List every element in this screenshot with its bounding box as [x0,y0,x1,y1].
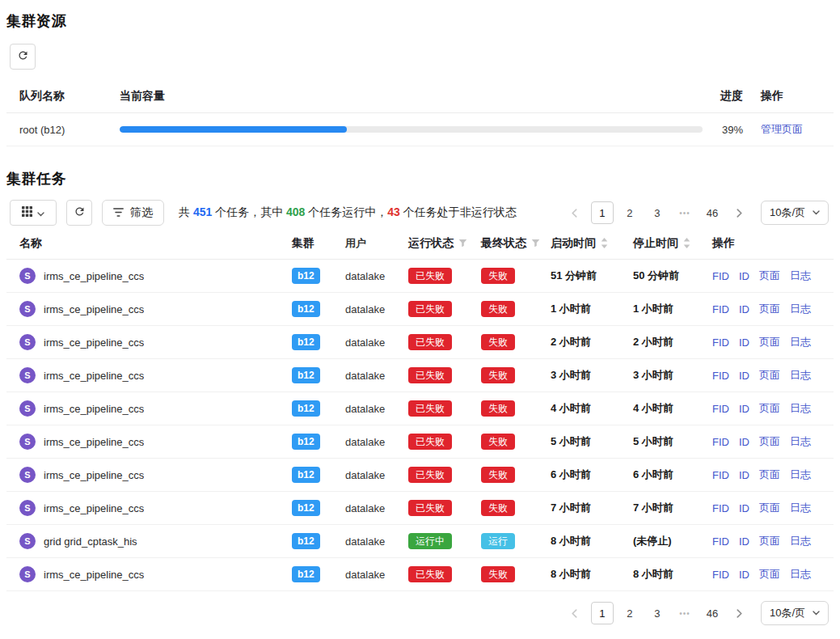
task-user: datalake [345,403,408,415]
action-link-fid[interactable]: FID [712,469,729,481]
pagination-page-1[interactable]: 1 [591,602,614,624]
action-link-id[interactable]: ID [739,303,749,315]
pagination-page-2[interactable]: 2 [618,602,641,624]
run-status-badge: 已失败 [408,400,452,417]
column-header-capacity: 当前容量 [120,89,703,104]
cluster-badge: b12 [292,533,320,549]
pagination-page-2[interactable]: 2 [618,201,641,224]
pagination-page-3[interactable]: 3 [646,602,669,624]
action-link-fid[interactable]: FID [712,502,729,514]
action-link-fid[interactable]: FID [712,303,729,315]
action-link-fid[interactable]: FID [712,270,729,282]
action-link-page[interactable]: 页面 [759,368,780,383]
cluster-badge: b12 [292,566,320,582]
action-link-fid[interactable]: FID [712,535,729,548]
action-link-log[interactable]: 日志 [790,401,811,416]
pagination-page-46[interactable]: 46 [701,602,724,624]
action-link-log[interactable]: 日志 [790,534,811,548]
action-link-log[interactable]: 日志 [790,335,811,349]
action-link-fid[interactable]: FID [712,569,729,581]
action-link-page[interactable]: 页面 [759,302,780,316]
task-table-body: S irms_ce_pipeline_ccs b12 datalake 已失败 … [6,260,834,591]
page-size-select[interactable]: 10条/页 [761,601,829,625]
task-name: irms_ce_pipeline_ccs [44,336,144,349]
action-link-page[interactable]: 页面 [759,534,780,548]
cluster-badge: b12 [292,301,320,317]
tasks-section-title: 集群任务 [6,169,834,188]
task-name: grid grid_cptask_his [44,535,137,548]
pagination-next-button[interactable] [728,201,751,224]
action-link-id[interactable]: ID [739,436,749,448]
tasks-refresh-button[interactable] [66,200,92,226]
action-link-fid[interactable]: FID [712,403,729,415]
action-link-log[interactable]: 日志 [790,302,811,316]
layout-grid-dropdown-button[interactable] [10,200,57,226]
start-time: 4 小时前 [551,401,633,416]
action-link-page[interactable]: 页面 [759,567,780,582]
start-time: 3 小时前 [551,368,633,383]
task-name-cell: S irms_ce_pipeline_ccs [6,500,292,516]
grid-icon [22,206,32,219]
filter-button[interactable]: 筛选 [102,200,164,226]
action-link-fid[interactable]: FID [712,370,729,382]
column-header-cluster: 集群 [292,236,345,251]
action-link-id[interactable]: ID [739,270,749,282]
action-link-fid[interactable]: FID [712,436,729,448]
action-link-page[interactable]: 页面 [759,335,780,349]
action-link-log[interactable]: 日志 [790,269,811,283]
column-header-final-status: 最终状态 [481,236,551,251]
action-link-id[interactable]: ID [739,535,749,548]
sort-icon[interactable] [683,238,690,248]
filter-funnel-icon[interactable] [458,239,467,248]
action-link-log[interactable]: 日志 [790,567,811,582]
action-link-page[interactable]: 页面 [759,468,780,482]
pagination-prev-button[interactable] [564,602,586,624]
resources-refresh-button[interactable] [10,44,36,70]
pagination-ellipsis[interactable]: ••• [673,201,696,224]
task-summary: 共 451 个任务，其中 408 个任务运行中，43 个任务处于非运行状态 [179,205,517,220]
pagination-ellipsis[interactable]: ••• [673,602,696,624]
table-row: S irms_ce_pipeline_ccs b12 datalake 已失败 … [6,392,834,425]
task-name: irms_ce_pipeline_ccs [44,370,144,382]
action-link-page[interactable]: 页面 [759,501,780,515]
progress-bar [120,126,703,133]
run-status-badge: 已失败 [408,301,452,317]
action-link-log[interactable]: 日志 [790,434,811,449]
pagination-page-46[interactable]: 46 [701,201,724,224]
page-size-select[interactable]: 10条/页 [761,201,829,225]
action-link-log[interactable]: 日志 [790,368,811,383]
action-link-page[interactable]: 页面 [759,434,780,449]
pagination-page-3[interactable]: 3 [646,201,669,224]
action-link-log[interactable]: 日志 [790,501,811,515]
action-link-fid[interactable]: FID [712,336,729,349]
manage-page-link[interactable]: 管理页面 [761,122,803,137]
pagination-next-button[interactable] [728,602,751,624]
action-link-log[interactable]: 日志 [790,468,811,482]
action-link-id[interactable]: ID [739,469,749,481]
filter-funnel-icon[interactable] [531,239,540,248]
avatar: S [19,467,36,483]
action-link-page[interactable]: 页面 [759,269,780,283]
pagination-page-1[interactable]: 1 [591,201,614,224]
pagination-prev-button[interactable] [564,201,586,224]
run-status-badge: 运行中 [408,533,452,549]
task-final-status-cell: 失败 [481,500,551,516]
tasks-table: 名称 集群 用户 运行状态 最终状态 启动时间 [6,227,834,591]
sort-icon[interactable] [601,238,608,248]
task-run-status-cell: 已失败 [408,400,481,417]
action-link-id[interactable]: ID [739,336,749,349]
row-actions: FIDID页面日志 [712,368,834,383]
action-link-id[interactable]: ID [739,403,749,415]
action-link-id[interactable]: ID [739,370,749,382]
start-time: 7 小时前 [551,501,633,515]
final-status-badge: 失败 [481,367,515,383]
column-header-operation: 操作 [712,236,834,251]
action-link-id[interactable]: ID [739,502,749,514]
action-link-page[interactable]: 页面 [759,401,780,416]
action-link-id[interactable]: ID [739,569,749,581]
bottom-pagination: 123•••4610条/页 [564,601,829,625]
task-final-status-cell: 失败 [481,467,551,483]
start-time: 51 分钟前 [551,269,633,283]
cluster-badge: b12 [292,500,320,516]
task-name-cell: S irms_ce_pipeline_ccs [6,566,292,582]
